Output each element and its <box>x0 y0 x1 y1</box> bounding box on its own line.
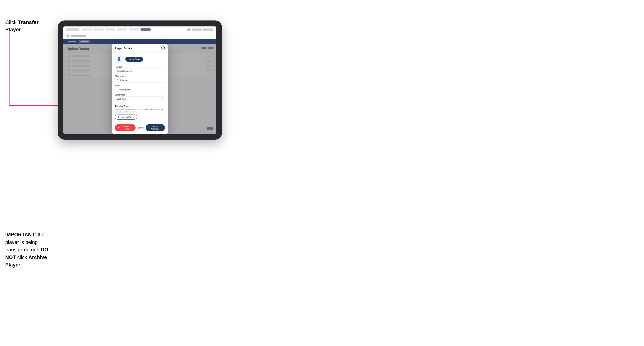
header-avatar <box>187 28 190 31</box>
nav-teams-active[interactable] <box>140 28 151 31</box>
modal-body: 👤 Upload Photo Full Name <box>112 52 168 122</box>
transfer-btn-label: Transfer Player <box>120 116 134 118</box>
transfer-section-title: Transfer Player <box>115 105 165 107</box>
tab-bar <box>64 39 216 44</box>
display-name-label: Display Name <box>115 75 165 77</box>
nav-players <box>94 28 104 30</box>
modal-footer: ⬇ Archive Player Cancel Save Changes <box>112 122 168 134</box>
upload-photo-button[interactable]: Upload Photo <box>125 57 143 62</box>
nav-dashboard <box>82 28 92 30</box>
header-secondary-btn <box>203 28 213 31</box>
main-content: Update Roster <box>64 44 216 134</box>
email-group: Email <box>115 85 165 92</box>
app-nav <box>82 28 185 31</box>
modal-close-button[interactable]: × <box>161 46 165 50</box>
avatar-section: 👤 Upload Photo <box>115 55 165 63</box>
transfer-description: If this player has moved to another scho… <box>115 108 165 113</box>
full-name-input[interactable] <box>115 69 165 73</box>
email-input[interactable] <box>115 87 165 92</box>
app-logo <box>66 28 80 31</box>
avatar-circle: 👤 <box>115 55 123 63</box>
app-header-right <box>187 28 213 31</box>
school-year-select[interactable]: First Year Second Year Third Year Fourth… <box>115 96 165 101</box>
transfer-icon: ⟳ <box>118 116 119 118</box>
nav-more <box>129 28 139 30</box>
save-changes-button[interactable]: Save Changes <box>146 124 165 131</box>
display-name-input[interactable] <box>115 78 165 83</box>
transfer-player-section: Transfer Player If this player has moved… <box>115 103 165 120</box>
modal-overlay: Player Details × 👤 Upload Photo <box>64 44 216 134</box>
full-name-label: Full Name <box>115 66 165 68</box>
tab-1[interactable] <box>66 40 78 43</box>
tablet-device: Update Roster <box>58 20 222 140</box>
important-label: IMPORTANT <box>5 232 35 237</box>
modal-header: Player Details × <box>112 44 168 52</box>
nav-reports <box>117 28 127 30</box>
archive-icon: ⬇ <box>118 127 119 129</box>
app-header <box>64 26 216 33</box>
archive-btn-label: Archive Player <box>120 126 133 130</box>
email-label: Email <box>115 85 165 87</box>
display-name-group: Display Name <box>115 75 165 83</box>
app-content: Update Roster <box>64 33 216 134</box>
header-action-btn <box>192 28 202 31</box>
school-year-group: School Year First Year Second Year Third… <box>115 94 165 101</box>
archive-player-button[interactable]: ⬇ Archive Player <box>115 124 136 131</box>
tab-text-2 <box>80 41 88 42</box>
player-details-modal: Player Details × 👤 Upload Photo <box>112 44 168 134</box>
transfer-player-button[interactable]: ⟳ Transfer Player <box>115 115 137 120</box>
arrow-vertical <box>9 29 10 105</box>
do-not-text: click <box>16 255 28 260</box>
user-icon: 👤 <box>117 57 122 61</box>
full-name-group: Full Name <box>115 66 165 73</box>
tab-2-active[interactable] <box>79 40 90 43</box>
transfer-player-instruction-label: Transfer Player <box>5 19 38 32</box>
sub-header <box>64 33 216 39</box>
cancel-button[interactable]: Cancel <box>136 125 146 130</box>
school-year-label: School Year <box>115 94 165 96</box>
sub-header-icon <box>66 34 70 37</box>
instruction-click-text: Click Transfer Player <box>5 19 56 33</box>
tab-text-1 <box>68 41 76 42</box>
nav-team <box>105 28 116 30</box>
sub-header-title <box>71 35 86 37</box>
instruction-area: Click Transfer Player <box>5 19 56 37</box>
instruction-important: IMPORTANT: If a player is being transfer… <box>5 231 58 269</box>
modal-title: Player Details <box>115 47 132 50</box>
tablet-screen: Update Roster <box>64 26 216 134</box>
